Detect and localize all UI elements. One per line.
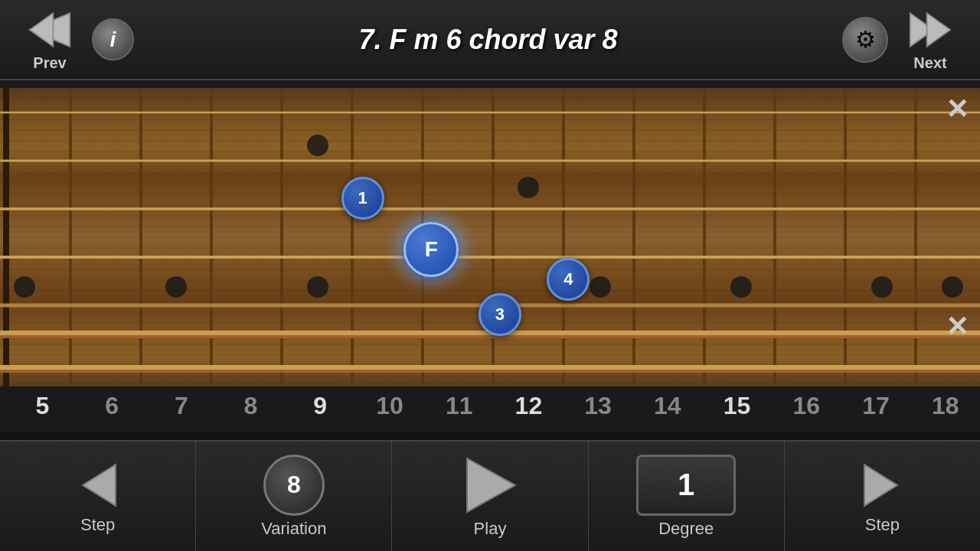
- finger-root-label: F: [425, 237, 438, 262]
- degree-button[interactable]: 1: [636, 455, 736, 516]
- fret-num-18: 18: [910, 392, 980, 420]
- fret-num-12: 12: [494, 392, 564, 420]
- finger-marker-root: F: [403, 222, 459, 277]
- prev-button[interactable]: Prev: [8, 7, 92, 72]
- play-label: Play: [474, 519, 507, 539]
- finger-3-label: 3: [495, 305, 505, 324]
- variation-value: 8: [287, 471, 301, 499]
- fret-num-8: 8: [216, 392, 286, 420]
- step-right-section: Step: [785, 442, 980, 551]
- fret-num-13: 13: [564, 392, 633, 420]
- fret-num-9: 9: [286, 392, 355, 420]
- fretboard: ✕ 1 F 3 4 ✕: [0, 88, 980, 386]
- fret-num-7: 7: [146, 392, 216, 420]
- header: Prev i 7. F m 6 chord var 8 ⚙ Next: [0, 0, 980, 80]
- svg-marker-38: [864, 465, 897, 506]
- finger-marker-1: 1: [341, 177, 384, 220]
- fretboard-wood: [0, 88, 980, 386]
- close-top-button[interactable]: ✕: [946, 96, 969, 123]
- play-button[interactable]: [456, 455, 524, 516]
- step-left-label: Step: [80, 515, 115, 535]
- info-icon: i: [110, 28, 116, 52]
- step-right-button[interactable]: [855, 458, 909, 512]
- step-left-button[interactable]: [71, 458, 125, 512]
- next-label: Next: [913, 54, 946, 72]
- finger-1-label: 1: [358, 188, 367, 208]
- svg-marker-36: [83, 465, 116, 506]
- finger-marker-3: 3: [479, 293, 521, 336]
- finger-4-label: 4: [564, 269, 573, 289]
- controls-bar: Step 8 Variation Play 1 Degree Step: [0, 440, 980, 551]
- step-right-label: Step: [865, 515, 900, 535]
- finger-marker-4: 4: [547, 258, 590, 301]
- variation-button[interactable]: 8: [263, 455, 325, 516]
- prev-label: Prev: [33, 54, 66, 72]
- degree-label: Degree: [658, 519, 714, 539]
- degree-value: 1: [678, 468, 694, 502]
- degree-section: 1 Degree: [589, 442, 785, 551]
- close-bottom-button[interactable]: ✕: [946, 313, 969, 341]
- fret-numbers: 5 6 7 8 9 10 11 12 13 14 15 16 17 18: [0, 379, 980, 432]
- fret-num-11: 11: [424, 392, 494, 420]
- fret-num-10: 10: [355, 392, 425, 420]
- svg-marker-37: [467, 458, 515, 512]
- page-title: 7. F m 6 chord var 8: [134, 24, 842, 56]
- fret-num-17: 17: [841, 392, 911, 420]
- info-button[interactable]: i: [92, 18, 134, 60]
- gear-icon: ⚙: [855, 26, 876, 53]
- svg-marker-1: [30, 13, 54, 47]
- variation-label: Variation: [261, 519, 326, 539]
- variation-section: 8 Variation: [196, 442, 392, 551]
- fret-num-15: 15: [702, 392, 772, 420]
- play-section: Play: [392, 442, 588, 551]
- svg-marker-3: [927, 13, 951, 47]
- settings-button[interactable]: ⚙: [842, 17, 888, 63]
- fret-num-16: 16: [772, 392, 841, 420]
- fret-num-14: 14: [632, 392, 702, 420]
- fret-num-6: 6: [77, 392, 147, 420]
- next-button[interactable]: Next: [888, 7, 972, 72]
- step-left-section: Step: [0, 442, 196, 551]
- fret-num-5: 5: [8, 392, 77, 420]
- fretboard-container: ✕ 1 F 3 4 ✕ 5 6 7 8 9 10 11 12 13 14 15: [0, 80, 980, 440]
